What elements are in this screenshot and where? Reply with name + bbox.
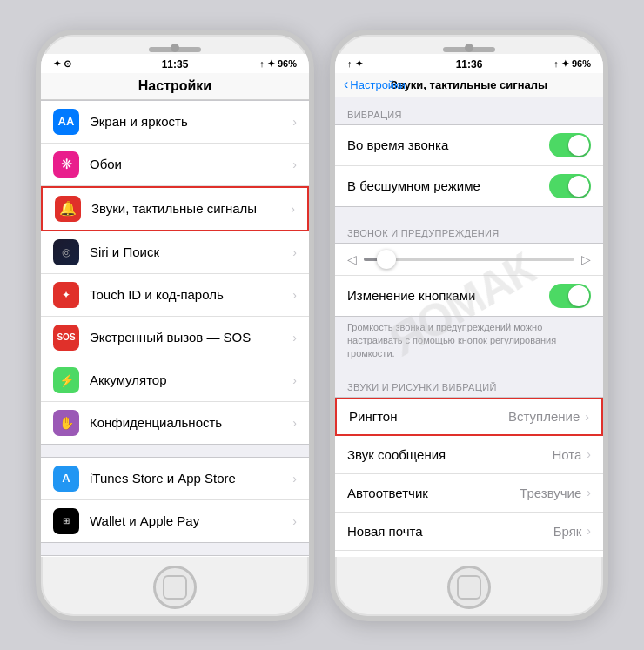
toggle-vibration-silent[interactable] [549, 174, 591, 198]
sos-chevron: › [292, 331, 297, 345]
status-time-1: 11:35 [162, 58, 189, 70]
home-button-2[interactable] [447, 566, 491, 609]
toggle-volume-buttons[interactable] [549, 284, 591, 308]
touchid-chevron: › [292, 288, 297, 302]
screen-1: ✦ ⊙ 11:35 ↑ ✦ 96% Настройки AA Экран и я… [41, 54, 309, 557]
battery-label: Аккумулятор [90, 372, 292, 387]
volume-slider-row[interactable]: ◁ ▷ [335, 244, 603, 276]
row-voicemail[interactable]: Автоответчик Трезвучие › [335, 474, 603, 513]
row-sent-mail[interactable]: Отправленные Со свистом › [335, 551, 603, 557]
row-ringtone[interactable]: Рингтон Вступление › [335, 398, 603, 436]
sounds-settings-list[interactable]: ВИБРАЦИЯ Во время звонка В бесшумном реж… [335, 97, 603, 557]
group-vibration: Во время звонка В бесшумном режиме [335, 124, 603, 207]
siri-label: Siri и Поиск [90, 245, 292, 259]
settings-list-1[interactable]: AA Экран и яркость › ❋ Обои › 🔔 Звуки, т… [41, 100, 309, 557]
wallpaper-label: Обои [90, 157, 292, 171]
screen-2: ↑ ✦ 11:36 ↑ ✦ 96% ‹ Настройки Звуки, так… [335, 54, 603, 557]
row-volume-buttons[interactable]: Изменение кнопками [335, 276, 603, 316]
row-message-sound[interactable]: Звук сообщения Нота › [335, 436, 603, 474]
row-siri[interactable]: ◎ Siri и Поиск › [41, 231, 309, 274]
battery-icon: ⚡ [53, 367, 79, 393]
wallpaper-icon: ❋ [53, 151, 79, 178]
row-touchid[interactable]: ✦ Touch ID и код-пароль › [41, 274, 309, 317]
section-vibration: ВИБРАЦИЯ [335, 97, 603, 124]
row-accounts[interactable]: ⚙ Учетные записи и пароли › [41, 556, 309, 557]
row-vibration-ring[interactable]: Во время звонка [335, 125, 603, 166]
volume-high-icon: ▷ [581, 252, 591, 266]
phone-2: ↑ ✦ 11:36 ↑ ✦ 96% ‹ Настройки Звуки, так… [330, 30, 608, 621]
battery-status-1: ↑ ✦ 96% [259, 58, 297, 70]
new-mail-value: Бряк [553, 524, 582, 539]
message-sound-label: Звук сообщения [347, 447, 552, 462]
volume-slider-track[interactable] [364, 258, 574, 261]
settings-group-store: A iTunes Store и App Store › ⊞ Wallet и … [41, 457, 309, 543]
display-icon: AA [53, 109, 79, 135]
status-bar-1: ✦ ⊙ 11:35 ↑ ✦ 96% [41, 54, 309, 73]
home-button-inner-1 [163, 575, 187, 600]
phone-1: ✦ ⊙ 11:35 ↑ ✦ 96% Настройки AA Экран и я… [36, 30, 314, 621]
group-sounds-patterns: Рингтон Вступление › Звук сообщения Нота… [335, 397, 603, 557]
nav-bar-2: ‹ Настройки Звуки, тактильные сигналы [335, 73, 603, 97]
toggle-knob-ring [568, 135, 589, 156]
row-new-mail[interactable]: Новая почта Бряк › [335, 513, 603, 551]
camera-1 [171, 44, 179, 52]
ringtone-value: Вступление [508, 409, 580, 424]
toggle-knob-silent [568, 176, 589, 197]
volume-buttons-label: Изменение кнопками [347, 288, 542, 303]
sounds-label: Звуки, тактильные сигналы [91, 201, 291, 216]
message-sound-value: Нота [552, 447, 581, 462]
row-sounds[interactable]: 🔔 Звуки, тактильные сигналы › [41, 186, 309, 231]
volume-hint: Громкость звонка и предупреждений можно … [335, 317, 603, 370]
ringtone-label: Рингтон [349, 409, 508, 424]
display-label: Экран и яркость [90, 114, 292, 129]
back-chevron-2: ‹ [344, 77, 348, 92]
wallet-label: Wallet и Apple Pay [90, 513, 292, 528]
touchid-label: Touch ID и код-пароль [90, 287, 292, 302]
siri-chevron: › [292, 245, 297, 259]
sounds-icon: 🔔 [55, 196, 81, 222]
voicemail-label: Автоответчик [347, 486, 520, 500]
battery-chevron: › [292, 373, 297, 387]
group-ringtone: ◁ ▷ Изменение кнопками [335, 243, 603, 317]
wallet-chevron: › [292, 514, 297, 528]
home-button-inner-2 [457, 575, 481, 600]
status-time-2: 11:36 [456, 58, 483, 70]
row-battery[interactable]: ⚡ Аккумулятор › [41, 359, 309, 402]
battery-status-2: ↑ ✦ 96% [553, 58, 591, 70]
new-mail-chevron: › [587, 524, 591, 538]
row-itunes[interactable]: A iTunes Store и App Store › [41, 458, 309, 500]
row-vibration-silent[interactable]: В бесшумном режиме [335, 166, 603, 206]
row-sos[interactable]: SOS Экстренный вызов — SOS › [41, 317, 309, 359]
privacy-icon: ✋ [53, 410, 79, 436]
camera-2 [465, 44, 473, 52]
settings-group-display: AA Экран и яркость › ❋ Обои › 🔔 Звуки, т… [41, 100, 309, 445]
privacy-chevron: › [292, 416, 297, 430]
volume-slider-thumb[interactable] [377, 250, 396, 269]
nav-back-2[interactable]: ‹ Настройки [344, 77, 406, 92]
settings-group-accounts: ⚙ Учетные записи и пароли › ✉ Почта › 👤 … [41, 555, 309, 557]
status-left-1: ✦ ⊙ [53, 58, 71, 70]
ringtone-chevron: › [585, 410, 589, 424]
status-right-1: ↑ ✦ 96% [259, 58, 297, 70]
home-button-1[interactable] [153, 566, 197, 609]
row-wallpaper[interactable]: ❋ Обои › [41, 144, 309, 186]
voicemail-value: Трезвучие [520, 486, 581, 500]
sos-label: Экстренный вызов — SOS [90, 330, 292, 345]
volume-low-icon: ◁ [347, 252, 357, 266]
vibration-silent-label: В бесшумном режиме [347, 178, 542, 193]
row-privacy[interactable]: ✋ Конфиденциальность › [41, 402, 309, 444]
siri-icon: ◎ [53, 239, 79, 265]
row-display[interactable]: AA Экран и яркость › [41, 101, 309, 144]
signal-icon-1: ✦ ⊙ [53, 58, 71, 70]
row-wallet[interactable]: ⊞ Wallet и Apple Pay › [41, 500, 309, 542]
itunes-icon: A [53, 466, 79, 492]
toggle-vibration-ring[interactable] [549, 133, 591, 157]
touchid-icon: ✦ [53, 282, 79, 308]
nav-bar-1: Настройки [41, 73, 309, 100]
nav-title-2: Звуки, тактильные сигналы [391, 78, 547, 91]
message-sound-chevron: › [587, 447, 591, 461]
nav-title-1: Настройки [138, 78, 211, 94]
status-left-2: ↑ ✦ [347, 58, 363, 70]
status-right-2: ↑ ✦ 96% [553, 58, 591, 70]
wallet-icon: ⊞ [53, 508, 79, 534]
